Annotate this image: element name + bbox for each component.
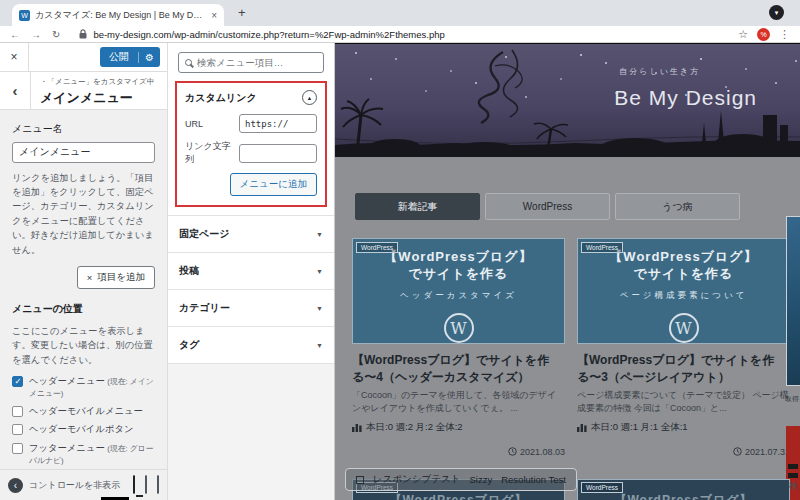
chevron-down-icon: ▼ [316,231,323,238]
profile-avatar[interactable]: % [757,28,770,41]
sidebar-banner-blue[interactable] [786,216,800,386]
url-label: URL [185,119,235,129]
close-customizer-button[interactable]: × [0,43,29,71]
add-items-description: リンクを追加しましょう。「項目を追加」をクリックして、固定ページ、カテゴリー、カ… [12,171,155,257]
checkbox[interactable] [12,406,23,417]
hero-header-image: 自分らしい生き方 Be My Design [335,44,800,157]
post-excerpt: ページ構成要素について（テーマで設定） ページ構成要素の特徴 今回は「Cocoo… [577,389,790,415]
post-excerpt: 「Cocoon」のテーマを使用して、各領域のデザインやレイアウトを作成していくで… [352,389,565,415]
new-tab-button[interactable]: + [238,5,246,20]
phone-preview-icon[interactable] [157,476,159,494]
menu-locations-description: ここにこのメニューを表示します。変更したい場合は、別の位置を選んでください。 [12,324,155,367]
link-text-label: リンク文字列 [185,140,235,166]
sidebar-banner-caption: 取得 [785,394,799,404]
customizer-top-bar: × 公開 ⚙ [0,43,167,72]
customizer-controls-pane: × 公開 ⚙ ‹ ・「メニュー」をカスタマイズ中 メインメニュー メニュー名 リ… [0,43,168,500]
menu-item-search[interactable] [178,52,324,73]
checkbox[interactable] [12,443,23,454]
chart-icon [577,422,587,432]
lock-icon[interactable] [79,29,87,39]
location-header-mobile-button[interactable]: ヘッダーモバイルボタン [12,423,155,435]
post-title[interactable]: 【WordPressブログ】でサイトを作る〜4（ヘッダーカスタマイズ） [352,352,565,386]
browser-tab[interactable]: W カスタマイズ: Be My Design | Be My Design × [12,4,224,26]
publish-button-group: 公開 ⚙ [100,47,160,67]
tab-new-posts[interactable]: 新着記事 [355,193,480,220]
collapse-toggle-icon[interactable]: ▲ [302,90,317,105]
tab-search-icon[interactable]: ▾ [769,5,784,20]
post-category-badge: WordPress [581,242,623,253]
back-icon[interactable]: ← [10,29,20,40]
menu-name-input[interactable] [12,142,155,163]
checkbox[interactable] [12,424,23,435]
section-posts[interactable]: 投稿 ▼ [168,253,334,290]
tab-close-icon[interactable]: × [211,10,217,21]
wordpress-customizer: × 公開 ⚙ ‹ ・「メニュー」をカスタマイズ中 メインメニュー メニュー名 リ… [0,43,800,500]
post-thumbnail-row2[interactable]: WordPress 【WordPressブログ】 [577,479,790,500]
add-to-menu-button[interactable]: メニューに追加 [230,173,317,196]
sidebar-search-hint: 検 [789,480,798,493]
chevron-down-icon: ▼ [316,305,323,312]
bookmark-star-icon[interactable]: ☆ [738,28,748,41]
post-title[interactable]: 【WordPressブログ】でサイトを作る〜3（ページレイアウト） [577,352,790,386]
reload-icon[interactable]: ↻ [52,29,60,40]
chevron-down-icon: ▼ [316,342,323,349]
close-icon: × [87,272,93,283]
search-input[interactable] [197,57,317,68]
menu-name-label: メニュー名 [12,122,155,136]
panel-body: メニュー名 リンクを追加しましょう。「項目を追加」をクリックして、固定ページ、カ… [0,110,167,469]
site-title: Be My Design [614,86,757,110]
tablet-preview-icon[interactable] [145,476,147,494]
location-footer-menu[interactable]: フッターメニュー (現在: グローバルナビ) [12,442,155,466]
browser-tab-strip: W カスタマイズ: Be My Design | Be My Design × … [0,0,800,26]
post-view-stats: 本日:0 週:1 月:1 全体:1 [577,421,790,434]
hide-controls-label[interactable]: コントロールを非表示 [29,479,123,492]
post-card[interactable]: WordPress 【WordPressブログ】 でサイトを作る ページ構成要素… [577,238,790,457]
post-date: 2021.08.03 [352,447,565,457]
post-category-badge: WordPress [356,242,398,253]
chevron-down-icon: ▼ [316,268,323,275]
search-icon [185,59,192,66]
panel-title: メインメニュー [40,89,154,107]
tab-favicon-icon: W [19,10,30,21]
site-tagline: 自分らしい生き方 [619,66,700,77]
custom-link-title: カスタムリンク [185,91,257,105]
add-items-button[interactable]: ×項目を追加 [77,266,155,289]
post-thumbnail: WordPress 【WordPressブログ】 でサイトを作る ページ構成要素… [577,238,790,344]
post-date: 2021.07.31 [577,447,790,457]
panel-header: ‹ ・「メニュー」をカスタマイズ中 メインメニュー [0,72,167,110]
panel-back-button[interactable]: ‹ [0,72,31,109]
clock-icon [508,447,517,456]
checkbox[interactable] [356,476,364,484]
wordpress-logo-icon: W [444,313,474,343]
chart-icon [352,422,362,432]
post-view-stats: 本日:0 週:2 月:2 全体:2 [352,421,565,434]
tab-utsu[interactable]: うつ病 [615,193,740,220]
section-tags[interactable]: タグ ▼ [168,327,334,364]
publish-settings-gear-icon[interactable]: ⚙ [138,52,160,63]
section-pages[interactable]: 固定ページ ▼ [168,216,334,253]
hide-controls-icon[interactable]: ‹ [8,478,23,493]
url-text[interactable]: be-my-design.com/wp-admin/customize.php?… [93,29,729,40]
location-header-mobile-menu[interactable]: ヘッダーモバイルメニュー [12,405,155,417]
responsive-test-overlay[interactable]: レスポンシブテスト Sizzy Resolution Test [345,468,577,491]
post-card[interactable]: WordPress 【WordPressブログ】 でサイトを作る ヘッダーカスタ… [352,238,565,457]
browser-menu-icon[interactable]: ⋮ [779,28,790,41]
forward-icon[interactable]: → [31,29,41,40]
wordpress-logo-icon: W [669,313,699,343]
panel-context: ・「メニュー」をカスタマイズ中 [40,77,154,87]
post-thumbnail: WordPress 【WordPressブログ】 でサイトを作る ヘッダーカスタ… [352,238,565,344]
screen: W カスタマイズ: Be My Design | Be My Design × … [0,0,800,500]
link-text-input[interactable] [239,144,317,163]
tab-title: カスタマイズ: Be My Design | Be My Design [35,9,206,22]
section-categories[interactable]: カテゴリー ▼ [168,290,334,327]
location-header-menu[interactable]: ヘッダーメニュー (現在: メインメニュー) [12,375,155,399]
desktop-preview-icon[interactable] [133,476,135,494]
customizer-footer: ‹ コントロールを非表示 [0,469,167,500]
site-preview: 自分らしい生き方 Be My Design 新着記事 WordPress うつ病… [335,43,800,500]
checkbox[interactable] [12,376,23,387]
url-input[interactable] [239,114,317,133]
post-filter-tabs: 新着記事 WordPress うつ病 [355,193,740,220]
publish-button[interactable]: 公開 [100,50,138,64]
browser-url-bar: ← → ↻ be-my-design.com/wp-admin/customiz… [0,26,800,43]
tab-wordpress[interactable]: WordPress [485,193,610,220]
